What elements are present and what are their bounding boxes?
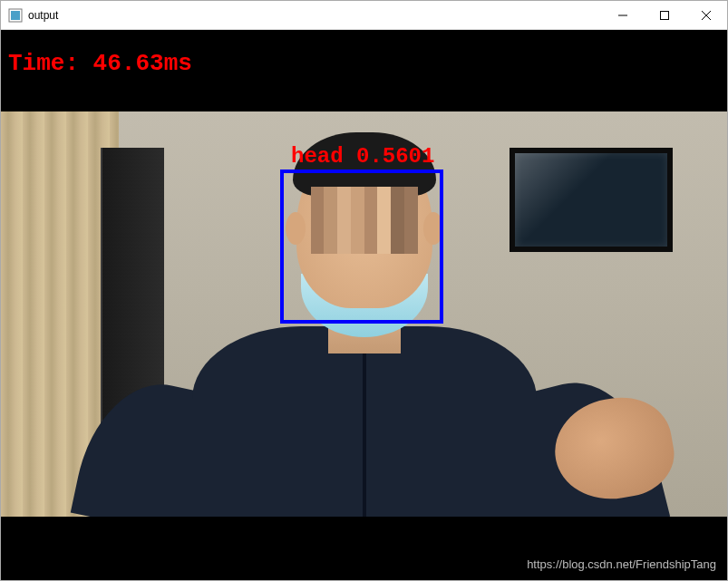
face-pixelation — [311, 187, 418, 254]
time-overlay: Time: 46.63ms — [8, 50, 192, 77]
scene-background — [1, 111, 727, 517]
svg-rect-1 — [11, 11, 20, 20]
ear-left — [286, 212, 306, 245]
ear-right — [423, 212, 443, 245]
detection-label: head 0.5601 — [291, 144, 434, 169]
titlebar[interactable]: output — [1, 1, 727, 30]
person — [83, 227, 645, 517]
titlebar-controls — [602, 1, 727, 29]
window-title: output — [28, 9, 602, 22]
video-frame: head 0.5601 — [1, 111, 727, 517]
maximize-button[interactable] — [644, 1, 685, 29]
zipper — [363, 353, 366, 517]
window-frame: output Time: 46.63ms — [0, 0, 728, 581]
minimize-button[interactable] — [602, 1, 644, 29]
svg-rect-3 — [661, 11, 669, 19]
torso — [192, 326, 537, 517]
content-area: Time: 46.63ms — [1, 30, 727, 580]
app-icon — [8, 8, 23, 23]
watermark: https://blog.csdn.net/FriendshipTang — [527, 557, 716, 571]
close-button[interactable] — [685, 1, 727, 29]
head — [296, 145, 432, 308]
